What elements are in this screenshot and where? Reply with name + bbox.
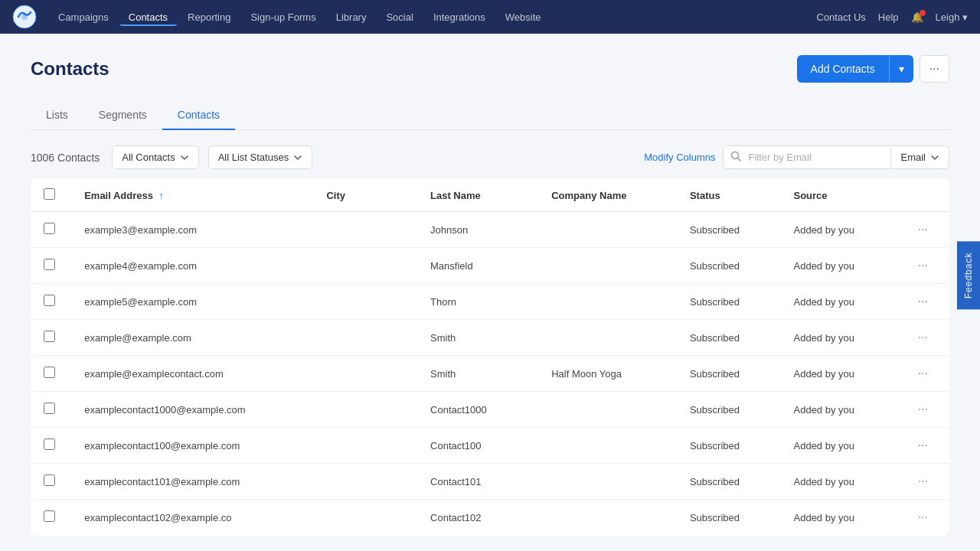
all-contacts-dropdown[interactable]: All Contacts [112, 145, 198, 169]
row-actions-button[interactable]: ··· [915, 329, 931, 346]
row-checkbox-cell [31, 500, 73, 536]
last-name-cell: Smith [418, 320, 539, 356]
status-cell: Subscribed [678, 392, 782, 428]
city-header[interactable]: City [314, 179, 418, 212]
company-cell [539, 320, 678, 356]
status-header[interactable]: Status [678, 179, 782, 212]
last-name-header[interactable]: Last Name [418, 179, 539, 212]
chevron-down-icon [180, 153, 189, 162]
modify-columns-button[interactable]: Modify Columns [644, 152, 715, 163]
row-actions-cell: ··· [903, 212, 949, 248]
search-input[interactable] [723, 145, 891, 169]
last-name-cell: Mansfield [418, 248, 539, 284]
feedback-tab[interactable]: Feedback [957, 242, 980, 310]
city-cell [314, 212, 418, 248]
svg-line-3 [738, 158, 741, 161]
company-cell [539, 428, 678, 464]
last-name-cell: Contact102 [418, 500, 539, 536]
status-cell: Subscribed [678, 320, 782, 356]
nav-link-social[interactable]: Social [377, 8, 422, 26]
row-checkbox-cell [31, 464, 73, 500]
row-actions-button[interactable]: ··· [915, 257, 931, 274]
row-checkbox[interactable] [44, 295, 55, 306]
row-checkbox[interactable] [44, 223, 55, 234]
status-cell: Subscribed [678, 464, 782, 500]
last-name-cell: Johnson [418, 212, 539, 248]
company-cell [539, 212, 678, 248]
table-header: Email Address ↑ City Last Name Company N… [31, 179, 949, 212]
user-menu[interactable]: Leigh ▾ [936, 11, 968, 23]
table-body: example3@example.com Johnson Subscribed … [31, 212, 949, 536]
contact-us-link[interactable]: Contact Us [817, 11, 866, 23]
actions-header [903, 179, 949, 212]
table-row: example5@example.com Thorn Subscribed Ad… [31, 284, 949, 320]
row-actions-button[interactable]: ··· [915, 473, 931, 490]
row-actions-button[interactable]: ··· [915, 437, 931, 454]
row-checkbox[interactable] [44, 367, 55, 378]
city-cell [314, 392, 418, 428]
add-contacts-chevron-icon[interactable]: ▾ [889, 55, 913, 83]
nav-link-contacts[interactable]: Contacts [119, 8, 177, 26]
row-checkbox[interactable] [44, 331, 55, 342]
city-cell [314, 428, 418, 464]
source-cell: Added by you [782, 284, 903, 320]
row-checkbox-cell [31, 356, 73, 392]
status-cell: Subscribed [678, 500, 782, 536]
main-content: Contacts Add Contacts ▾ ··· ListsSegment… [0, 34, 980, 536]
search-type-dropdown[interactable]: Email [891, 145, 949, 169]
nav-links: CampaignsContactsReportingSign-up FormsL… [49, 8, 550, 26]
tab-contacts[interactable]: Contacts [162, 101, 235, 130]
row-checkbox[interactable] [44, 439, 55, 450]
tab-lists[interactable]: Lists [31, 101, 83, 130]
row-actions-button[interactable]: ··· [915, 365, 931, 382]
table-row: examplecontact100@example.com Contact100… [31, 428, 949, 464]
all-list-statuses-label: All List Statuses [218, 152, 289, 163]
email-address-header[interactable]: Email Address ↑ [72, 179, 314, 212]
row-checkbox[interactable] [44, 510, 55, 522]
city-cell [314, 284, 418, 320]
table-row: example3@example.com Johnson Subscribed … [31, 212, 949, 248]
company-name-header[interactable]: Company Name [539, 179, 678, 212]
contacts-count: 1006 Contacts [31, 152, 100, 164]
status-cell: Subscribed [678, 212, 782, 248]
select-all-checkbox[interactable] [44, 188, 55, 200]
nav-link-integrations[interactable]: Integrations [424, 8, 495, 26]
row-actions-cell: ··· [903, 284, 949, 320]
row-checkbox[interactable] [44, 259, 55, 270]
app-logo[interactable] [12, 5, 37, 29]
nav-link-sign-up-forms[interactable]: Sign-up Forms [241, 8, 325, 26]
row-actions-button[interactable]: ··· [915, 293, 931, 310]
row-checkbox-cell [31, 392, 73, 428]
email-cell: example3@example.com [72, 212, 314, 248]
row-actions-button[interactable]: ··· [915, 221, 931, 238]
row-actions-button[interactable]: ··· [915, 509, 931, 526]
email-cell: example5@example.com [72, 284, 314, 320]
email-cell: example@example.com [72, 320, 314, 356]
row-checkbox[interactable] [44, 403, 55, 414]
table-row: examplecontact1000@example.com Contact10… [31, 392, 949, 428]
more-options-button[interactable]: ··· [920, 55, 949, 83]
source-header[interactable]: Source [782, 179, 903, 212]
row-actions-cell: ··· [903, 500, 949, 536]
row-actions-cell: ··· [903, 464, 949, 500]
last-name-cell: Thorn [418, 284, 539, 320]
row-actions-button[interactable]: ··· [915, 401, 931, 418]
add-contacts-button[interactable]: Add Contacts ▾ [797, 55, 913, 83]
row-actions-cell: ··· [903, 248, 949, 284]
table-row: example@example.com Smith Subscribed Add… [31, 320, 949, 356]
status-cell: Subscribed [678, 356, 782, 392]
source-cell: Added by you [782, 212, 903, 248]
nav-link-library[interactable]: Library [327, 8, 376, 26]
row-checkbox[interactable] [44, 474, 55, 486]
tab-segments[interactable]: Segments [83, 101, 162, 130]
search-container: Email [723, 145, 949, 169]
nav-link-website[interactable]: Website [496, 8, 550, 26]
search-type-label: Email [900, 152, 926, 163]
row-actions-cell: ··· [903, 320, 949, 356]
nav-link-reporting[interactable]: Reporting [178, 8, 240, 26]
last-name-cell: Smith [418, 356, 539, 392]
help-link[interactable]: Help [878, 11, 899, 23]
notifications-icon[interactable]: 🔔 [911, 11, 923, 23]
all-list-statuses-dropdown[interactable]: All List Statuses [208, 145, 313, 169]
nav-link-campaigns[interactable]: Campaigns [49, 8, 118, 26]
